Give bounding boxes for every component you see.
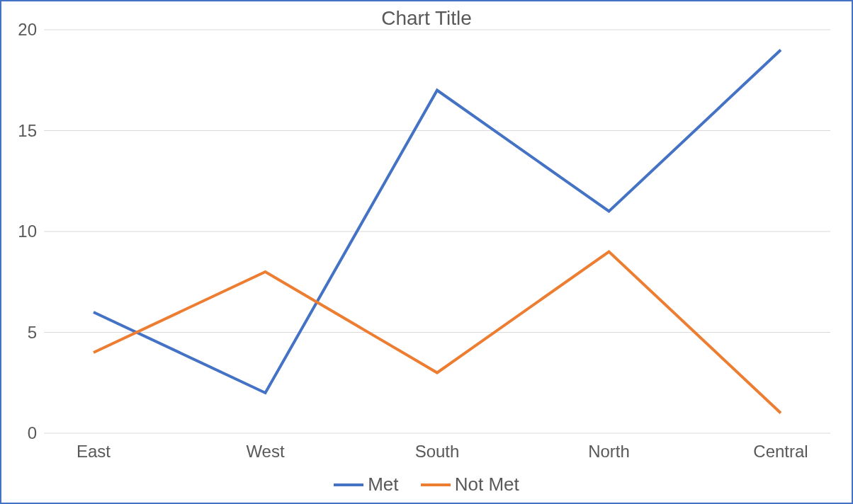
x-tick-label: South xyxy=(415,442,460,462)
legend-item-not-met: Not Met xyxy=(421,474,519,496)
y-tick-label: 5 xyxy=(9,323,37,343)
legend-label-met: Met xyxy=(368,474,398,496)
x-tick-label: North xyxy=(588,442,630,462)
x-tick-label: East xyxy=(77,442,111,462)
y-tick-label: 0 xyxy=(9,423,37,443)
y-tick-label: 20 xyxy=(9,20,37,40)
legend-swatch-met xyxy=(334,483,363,486)
legend: Met Not Met xyxy=(1,469,852,496)
chart-svg xyxy=(44,30,830,433)
legend-label-not-met: Not Met xyxy=(455,474,519,496)
legend-swatch-not-met xyxy=(421,483,451,486)
series-line-met xyxy=(94,50,781,394)
y-tick-label: 10 xyxy=(9,222,37,241)
legend-item-met: Met xyxy=(334,474,398,496)
chart-frame: Chart Title 05101520 EastWestSouthNorthC… xyxy=(0,0,853,504)
x-tick-label: West xyxy=(246,442,284,462)
y-tick-label: 15 xyxy=(9,121,37,141)
chart-title: Chart Title xyxy=(1,7,852,30)
plot-area xyxy=(44,30,830,433)
x-tick-label: Central xyxy=(753,442,808,462)
